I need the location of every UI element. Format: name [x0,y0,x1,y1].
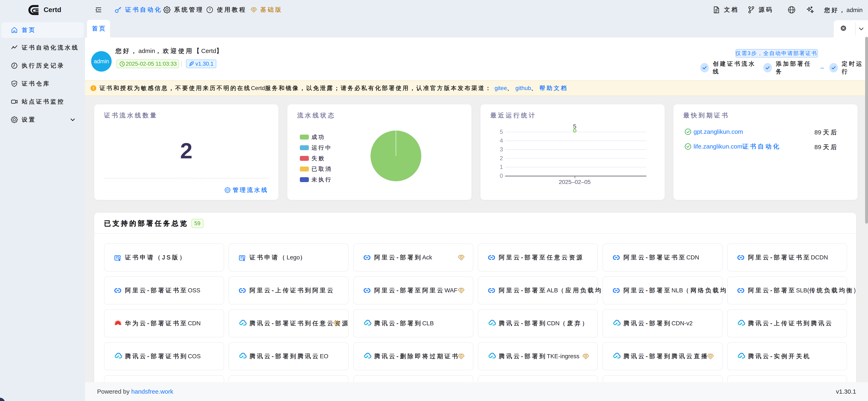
svg-text:?: ? [209,7,211,12]
